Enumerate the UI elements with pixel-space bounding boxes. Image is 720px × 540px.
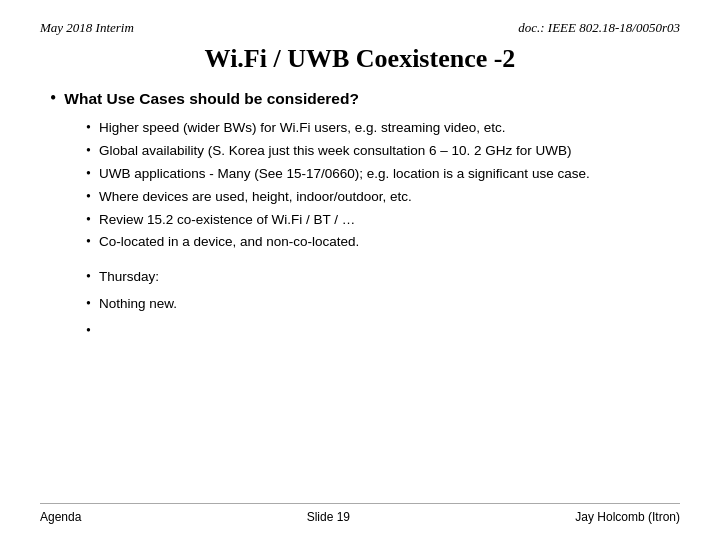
sub-bullet-text-5: Review 15.2 co-existence of Wi.Fi / BT /… — [99, 211, 355, 230]
sub-bullet-dot-2: • — [86, 143, 91, 159]
content: • What Use Cases should be considered? •… — [40, 90, 680, 503]
sub-bullet-4: • Where devices are used, height, indoor… — [86, 188, 680, 207]
footer: Agenda Slide 19 Jay Holcomb (Itron) — [40, 503, 680, 524]
sub-bullet-text-2: Global availability (S. Korea just this … — [99, 142, 572, 161]
header-right: doc.: IEEE 802.18-18/0050r03 — [518, 20, 680, 36]
sub-bullet-dot-5: • — [86, 212, 91, 228]
sub-bullet-text-3: UWB applications - Many (See 15-17/0660)… — [99, 165, 590, 184]
footer-right: Jay Holcomb (Itron) — [575, 510, 680, 524]
slide: May 2018 Interim doc.: IEEE 802.18-18/00… — [0, 0, 720, 540]
sub-bullet-1: • Higher speed (wider BWs) for Wi.Fi use… — [86, 119, 680, 138]
footer-left: Agenda — [40, 510, 81, 524]
extra-bullet-1: • Thursday: — [86, 268, 680, 287]
sub-bullet-text-1: Higher speed (wider BWs) for Wi.Fi users… — [99, 119, 506, 138]
sub-bullet-text-4: Where devices are used, height, indoor/o… — [99, 188, 412, 207]
sub-bullet-5: • Review 15.2 co-existence of Wi.Fi / BT… — [86, 211, 680, 230]
extra-bullet-dot-3: • — [86, 323, 91, 339]
sub-bullet-text-6: Co-located in a device, and non-co-locat… — [99, 233, 359, 252]
extra-bullets: • Thursday: • Nothing new. • — [50, 268, 680, 339]
sub-bullet-dot-3: • — [86, 166, 91, 182]
sub-bullet-3: • UWB applications - Many (See 15-17/066… — [86, 165, 680, 184]
sub-bullet-dot-1: • — [86, 120, 91, 136]
sub-bullet-dot-4: • — [86, 189, 91, 205]
main-bullet-text: What Use Cases should be considered? — [64, 90, 359, 108]
sub-bullet-2: • Global availability (S. Korea just thi… — [86, 142, 680, 161]
extra-bullet-text-2: Nothing new. — [99, 295, 177, 314]
extra-bullet-3: • — [86, 322, 680, 339]
sub-bullet-6: • Co-located in a device, and non-co-loc… — [86, 233, 680, 252]
header: May 2018 Interim doc.: IEEE 802.18-18/00… — [40, 20, 680, 36]
footer-center: Slide 19 — [307, 510, 350, 524]
extra-bullet-2: • Nothing new. — [86, 295, 680, 314]
header-left: May 2018 Interim — [40, 20, 134, 36]
sub-bullet-dot-6: • — [86, 234, 91, 250]
main-bullet: • What Use Cases should be considered? — [50, 90, 680, 109]
slide-title: Wi.Fi / UWB Coexistence -2 — [40, 44, 680, 74]
extra-bullet-text-1: Thursday: — [99, 268, 159, 287]
sub-bullets: • Higher speed (wider BWs) for Wi.Fi use… — [50, 119, 680, 252]
main-bullet-dot: • — [50, 88, 56, 109]
extra-bullet-dot-1: • — [86, 269, 91, 285]
extra-bullet-dot-2: • — [86, 296, 91, 312]
